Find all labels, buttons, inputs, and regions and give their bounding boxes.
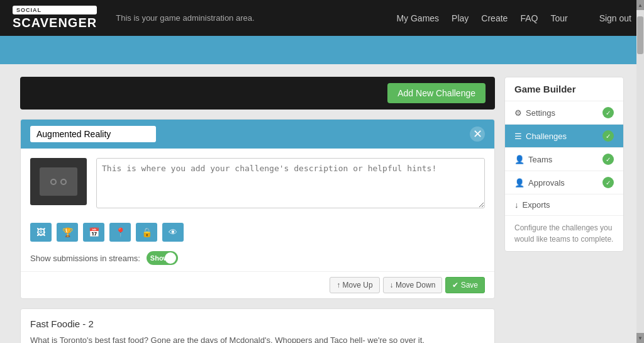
sidebar-item-challenges[interactable]: ☰ Challenges ✓ — [505, 125, 623, 148]
sidebar-item-exports-left: ↓ Exports — [514, 200, 550, 210]
move-up-button[interactable]: ↑ Move Up — [330, 277, 379, 293]
stream-section: Show submissions in streams: Show — [21, 248, 494, 271]
sidebar-description: Configure the challenges you would like … — [505, 216, 623, 251]
sidebar-item-settings-left: ⚙ Settings — [514, 108, 555, 118]
save-button[interactable]: ✔ Save — [445, 277, 485, 293]
approvals-icon: 👤 — [514, 178, 525, 188]
scrollbar: ▲ ▼ — [636, 0, 644, 343]
challenges-check: ✓ — [602, 130, 614, 142]
challenge-image — [30, 158, 87, 205]
nav-tagline: This is your game administration area. — [116, 13, 254, 23]
approvals-check: ✓ — [602, 177, 614, 188]
logo-text: SCAVENGER — [13, 16, 97, 30]
icon-btn-trophy[interactable]: 🏆 — [57, 223, 78, 242]
sidebar-teams-label: Teams — [528, 155, 552, 164]
logo-badge: SOCIAL — [13, 6, 97, 14]
top-nav: SOCIAL SCAVENGER This is your game admin… — [0, 0, 644, 36]
challenge-image-inner — [40, 167, 77, 196]
main-content: Add New Challenge ✕ — [8, 64, 636, 343]
sidebar-approvals-label: Approvals — [528, 178, 565, 188]
add-challenge-bar: Add New Challenge — [20, 77, 495, 110]
challenge-header-1: ✕ — [21, 120, 494, 149]
sidebar-item-approvals-left: 👤 Approvals — [514, 178, 565, 188]
sidebar-challenges-label: Challenges — [526, 132, 567, 141]
sidebar-exports-label: Exports — [523, 200, 550, 210]
sidebar-item-exports[interactable]: ↓ Exports — [505, 194, 623, 216]
blue-banner — [0, 36, 644, 64]
sidebar-item-challenges-left: ☰ Challenges — [514, 132, 567, 141]
logo-wrapper: SOCIAL SCAVENGER — [13, 6, 97, 30]
nav-links: My Games Play Create FAQ Tour Sign out — [396, 13, 631, 23]
film-dots — [50, 179, 67, 185]
sidebar-item-approvals[interactable]: 👤 Approvals ✓ — [505, 171, 623, 194]
scrollbar-up[interactable]: ▲ — [636, 0, 644, 10]
challenge-description-area — [96, 158, 485, 210]
settings-check: ✓ — [602, 107, 614, 118]
nav-play[interactable]: Play — [452, 13, 469, 23]
exports-icon: ↓ — [514, 200, 519, 210]
nav-my-games[interactable]: My Games — [396, 13, 439, 23]
scrollbar-down[interactable]: ▼ — [636, 333, 644, 343]
icon-btn-calendar[interactable]: 📅 — [83, 223, 104, 242]
stream-label: Show submissions in streams: — [30, 254, 140, 263]
challenge-description-textarea[interactable] — [96, 158, 485, 208]
teams-icon: 👤 — [514, 155, 525, 164]
action-buttons: ↑ Move Up ↓ Move Down ✔ Save — [21, 271, 494, 298]
challenge-card-2: Fast Foodie - 2 What is Toronto's best f… — [20, 308, 495, 343]
challenge-close-button[interactable]: ✕ — [470, 127, 485, 142]
nav-tour[interactable]: Tour — [550, 13, 567, 23]
signout-link[interactable]: Sign out — [599, 13, 631, 23]
left-panel: Add New Challenge ✕ — [20, 77, 495, 343]
right-sidebar: Game Builder ⚙ Settings ✓ ☰ Challenges ✓ — [504, 77, 624, 343]
film-dot-1 — [50, 179, 57, 185]
toggle-knob — [165, 252, 176, 264]
teams-check: ✓ — [602, 154, 614, 165]
challenges-icon: ☰ — [514, 132, 522, 141]
settings-icon: ⚙ — [514, 108, 522, 118]
challenge-2-text: What is Toronto's best fast food? Gone a… — [30, 334, 485, 343]
sidebar-item-settings[interactable]: ⚙ Settings ✓ — [505, 101, 623, 125]
add-challenge-button[interactable]: Add New Challenge — [387, 83, 486, 103]
icon-btn-eye[interactable]: 👁 — [162, 223, 184, 242]
sidebar-title: Game Builder — [505, 77, 623, 101]
scrollbar-track[interactable] — [636, 10, 644, 333]
scrollbar-thumb[interactable] — [637, 16, 643, 54]
nav-faq[interactable]: FAQ — [520, 13, 538, 23]
move-down-button[interactable]: ↓ Move Down — [383, 277, 443, 293]
challenge-title-input[interactable] — [30, 126, 156, 142]
sidebar-item-teams-left: 👤 Teams — [514, 155, 552, 164]
sidebar-panel: Game Builder ⚙ Settings ✓ ☰ Challenges ✓ — [504, 77, 624, 252]
film-dot-2 — [60, 179, 67, 185]
challenge-icon-row: 🖼 🏆 📅 📍 🔒 👁 — [21, 220, 494, 248]
sidebar-settings-label: Settings — [526, 108, 555, 118]
nav-create[interactable]: Create — [481, 13, 508, 23]
icon-btn-pin[interactable]: 📍 — [109, 223, 131, 242]
challenge-card-1: ✕ 🖼 🏆 📅 📍 — [20, 119, 495, 299]
icon-btn-image[interactable]: 🖼 — [30, 223, 52, 242]
sidebar-item-teams[interactable]: 👤 Teams ✓ — [505, 148, 623, 171]
challenge-2-title: Fast Foodie - 2 — [30, 318, 485, 329]
challenge-body-1 — [21, 149, 494, 220]
icon-btn-lock[interactable]: 🔒 — [136, 223, 157, 242]
toggle-switch[interactable]: Show — [147, 251, 178, 265]
